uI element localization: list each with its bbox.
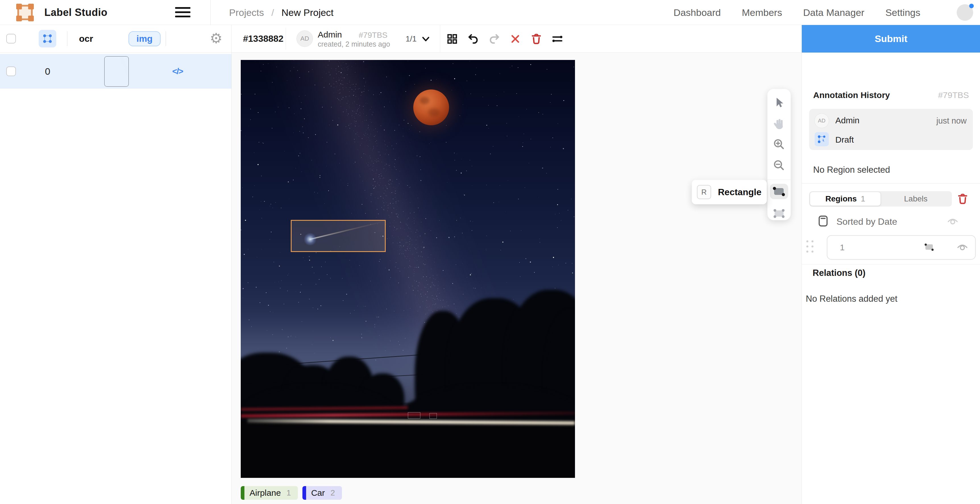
label-hotkey: 2 xyxy=(331,488,335,498)
source-code-icon[interactable]: </> xyxy=(172,54,183,89)
region-number: 1 xyxy=(840,243,845,252)
tab-regions-label: Regions xyxy=(826,194,857,204)
breadcrumb-projects[interactable]: Projects xyxy=(229,7,264,18)
task-index: 0 xyxy=(45,54,50,89)
app-title: Label Studio xyxy=(45,0,107,25)
task-id: #1338882 xyxy=(243,25,283,52)
menu-icon[interactable] xyxy=(175,7,191,18)
task-checkbox[interactable] xyxy=(6,67,16,76)
history-time: just now xyxy=(937,116,967,126)
divider xyxy=(210,0,211,25)
regions-labels-tabs: Regions 1 Labels xyxy=(809,191,952,207)
redo-icon[interactable] xyxy=(488,33,500,45)
annotation-id: #79TBS xyxy=(359,31,387,40)
history-title: Annotation History xyxy=(813,91,890,100)
annotation-pager: 1/1 xyxy=(406,25,417,52)
rectangle-tool-selected[interactable] xyxy=(770,184,788,199)
gear-icon[interactable]: ⚙ xyxy=(210,30,223,47)
label-name: Airplane xyxy=(250,488,281,498)
submit-button[interactable]: Submit xyxy=(802,25,980,52)
select-all-checkbox[interactable] xyxy=(6,34,16,43)
toolbar-actions xyxy=(447,25,563,52)
task-thumbnail[interactable] xyxy=(105,57,129,86)
rectangle-3point-tool[interactable] xyxy=(771,207,787,220)
shortcut-keycap: R xyxy=(697,185,711,199)
divider xyxy=(286,28,286,50)
history-user-name: Admin xyxy=(835,116,859,125)
divider xyxy=(767,180,791,180)
annotation-toolbar: #1338882 AD Admin #79TBS created, 2 minu… xyxy=(232,25,802,52)
label-legend: Airplane 1 Car 2 xyxy=(241,486,342,500)
nav-link-settings[interactable]: Settings xyxy=(885,7,920,18)
history-entry[interactable]: AD Admin just now Draft xyxy=(809,109,973,150)
tab-labels[interactable]: Labels xyxy=(881,192,951,206)
label-airplane[interactable]: Airplane 1 xyxy=(241,486,298,500)
task-sidebar: ocr img ⚙ 0 </> xyxy=(0,25,232,504)
breadcrumb-current-project: New Project xyxy=(282,7,333,18)
nav-link-data-manager[interactable]: Data Manager xyxy=(803,7,864,18)
annotation-history-header: Annotation History #79TBS xyxy=(813,91,969,100)
zoom-in-icon[interactable] xyxy=(771,137,787,151)
no-region-text: No Region selected xyxy=(813,165,890,175)
annotation-canvas[interactable] xyxy=(241,60,575,478)
sort-row: Sorted by Date xyxy=(817,215,973,229)
grid-view-icon[interactable] xyxy=(447,33,458,45)
label-color-bar xyxy=(302,486,306,500)
annotator-avatar: AD xyxy=(296,30,313,47)
label-car[interactable]: Car 2 xyxy=(302,486,342,500)
zoom-out-icon[interactable] xyxy=(771,159,787,172)
toggle-all-visibility-icon[interactable] xyxy=(947,216,959,227)
reject-icon[interactable] xyxy=(510,33,521,45)
chevron-down-icon[interactable] xyxy=(421,35,431,45)
annotator-name: Admin xyxy=(318,30,342,40)
sort-order-icon[interactable] xyxy=(817,215,829,229)
label-name: Car xyxy=(311,488,325,498)
undo-icon[interactable] xyxy=(468,33,479,45)
label-color-bar xyxy=(241,486,245,500)
tab-labels-label: Labels xyxy=(904,194,928,204)
sidebar-header: ocr img ⚙ xyxy=(0,25,232,52)
history-avatar: AD xyxy=(814,113,829,128)
relations-empty-text: No Relations added yet xyxy=(806,294,897,304)
tool-palette xyxy=(767,89,791,220)
night-sky-photo[interactable] xyxy=(241,60,575,478)
region-list-item[interactable]: 1 xyxy=(827,235,976,260)
sort-label[interactable]: Sorted by Date xyxy=(837,216,897,227)
region-visibility-icon[interactable] xyxy=(956,242,968,253)
region-drag-handle[interactable] xyxy=(807,240,813,253)
blood-moon xyxy=(413,89,449,125)
history-annotation-id: #79TBS xyxy=(938,91,969,100)
pan-tool-icon[interactable] xyxy=(771,117,787,130)
draft-icon xyxy=(815,132,829,146)
top-navbar: Label Studio Projects / New Project Dash… xyxy=(0,0,980,25)
delete-regions-icon[interactable] xyxy=(957,193,968,205)
breadcrumb-separator: / xyxy=(271,7,274,18)
tab-regions-count: 1 xyxy=(861,194,865,204)
regions-view-icon[interactable] xyxy=(39,30,56,48)
label-hotkey: 1 xyxy=(286,488,291,498)
right-panel: Submit Annotation History #79TBS AD Admi… xyxy=(802,25,980,504)
nav-link-dashboard[interactable]: Dashboard xyxy=(674,7,721,18)
annotation-rect-region[interactable] xyxy=(291,220,386,252)
task-row-selected[interactable]: 0 </> xyxy=(0,54,231,89)
relations-title: Relations (0) xyxy=(813,268,865,278)
nav-link-members[interactable]: Members xyxy=(742,7,782,18)
delete-annotation-icon[interactable] xyxy=(531,33,542,45)
nav-links: Dashboard Members Data Manager Settings xyxy=(674,0,920,25)
notification-dot xyxy=(969,4,974,8)
divider xyxy=(67,31,67,46)
breadcrumb: Projects / New Project xyxy=(229,0,334,25)
history-status: Draft xyxy=(835,135,854,145)
filter-column-label[interactable]: ocr xyxy=(79,25,93,52)
region-rectangle-icon xyxy=(923,242,935,254)
label-studio-logo-icon[interactable] xyxy=(16,3,34,22)
transfer-icon[interactable] xyxy=(552,33,563,45)
annotation-created-text: created, 2 minutes ago xyxy=(318,40,390,48)
tooltip-label: Rectangle xyxy=(718,187,761,197)
rectangle-tool-tooltip: R Rectangle xyxy=(692,180,767,204)
move-tool-icon[interactable] xyxy=(771,96,787,110)
tab-regions[interactable]: Regions 1 xyxy=(810,192,881,206)
user-avatar[interactable] xyxy=(957,4,973,21)
img-type-chip[interactable]: img xyxy=(129,31,161,46)
